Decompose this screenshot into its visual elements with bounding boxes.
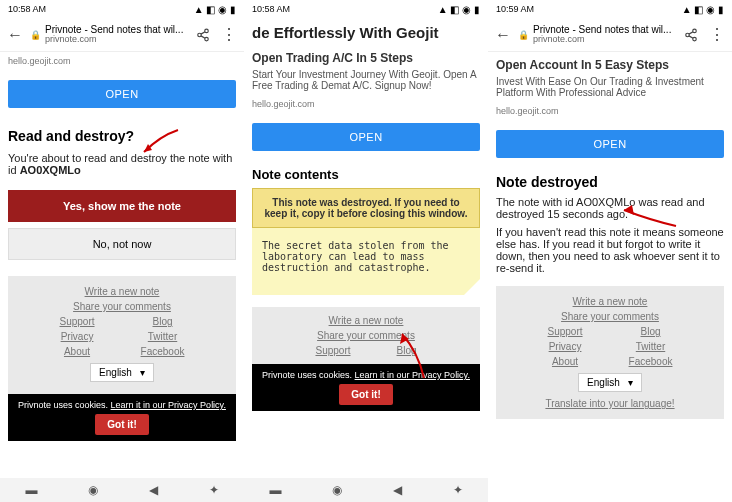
footer: Write a new note Share your comments Sup… — [496, 286, 724, 419]
ad-link[interactable]: hello.geojit.com — [252, 99, 480, 109]
lock-icon: 🔒 — [518, 30, 529, 40]
ad-open-button[interactable]: OPEN — [496, 130, 724, 158]
page-domain: privnote.com — [45, 35, 188, 44]
twitter-link[interactable]: Twitter — [148, 331, 177, 342]
support-link[interactable]: Support — [548, 326, 583, 337]
nav-extra-icon[interactable]: ✦ — [209, 483, 219, 497]
ad-open-button[interactable]: OPEN — [8, 80, 236, 108]
page-domain: privnote.com — [533, 35, 676, 44]
status-bar: 10:58 AM ▲ ◧ ◉ ▮ — [244, 0, 488, 18]
support-link[interactable]: Support — [60, 316, 95, 327]
write-new-note-link[interactable]: Write a new note — [329, 315, 404, 326]
menu-icon[interactable]: ⋮ — [706, 24, 728, 46]
facebook-link[interactable]: Facebook — [141, 346, 185, 357]
ad-link[interactable]: hello.geojit.com — [496, 106, 724, 116]
status-icons: ▲ ◧ ◉ ▮ — [682, 4, 724, 15]
nav-recent-icon[interactable]: ▬ — [25, 483, 37, 497]
share-comments-link[interactable]: Share your comments — [561, 311, 659, 322]
blog-link[interactable]: Blog — [641, 326, 661, 337]
destroyed-text-2: If you haven't read this note it means s… — [496, 226, 724, 274]
note-content-box: The secret data stolen from the laborato… — [252, 228, 480, 295]
nav-back-icon[interactable]: ◀ — [393, 483, 402, 497]
back-icon[interactable]: ← — [492, 24, 514, 46]
yes-show-note-button[interactable]: Yes, show me the note — [8, 190, 236, 222]
language-select[interactable]: English▾ — [90, 363, 154, 382]
svg-line-8 — [689, 31, 693, 33]
write-new-note-link[interactable]: Write a new note — [85, 286, 160, 297]
destroyed-warning: This note was destroyed. If you need to … — [252, 188, 480, 228]
blog-link[interactable]: Blog — [397, 345, 417, 356]
cookie-banner: Privnote uses cookies. Learn it in our P… — [8, 394, 236, 441]
android-navbar: ▬ ◉ ◀ ✦ — [244, 478, 488, 502]
nav-home-icon[interactable]: ◉ — [332, 483, 342, 497]
android-navbar: ▬ ◉ ◀ ✦ — [0, 478, 244, 502]
chevron-down-icon: ▾ — [140, 367, 145, 378]
status-time: 10:58 AM — [8, 4, 46, 14]
status-icons: ▲ ◧ ◉ ▮ — [194, 4, 236, 15]
svg-point-2 — [205, 37, 209, 41]
nav-extra-icon[interactable]: ✦ — [453, 483, 463, 497]
content-area: Open Account In 5 Easy Steps Invest With… — [488, 52, 732, 502]
menu-icon[interactable]: ⋮ — [218, 24, 240, 46]
privacy-link[interactable]: Privacy — [61, 331, 94, 342]
support-link[interactable]: Support — [315, 345, 350, 356]
phone-screen-3: 10:59 AM ▲ ◧ ◉ ▮ ← 🔒 Privnote - Send not… — [488, 0, 732, 502]
status-bar: 10:59 AM ▲ ◧ ◉ ▮ — [488, 0, 732, 18]
about-link[interactable]: About — [552, 356, 578, 367]
content-area: de Effortlessly With Geojit Open Trading… — [244, 18, 488, 478]
status-time: 10:58 AM — [252, 4, 290, 14]
read-destroy-heading: Read and destroy? — [8, 128, 236, 144]
share-icon[interactable] — [680, 24, 702, 46]
ad-subtitle: Open Account In 5 Easy Steps — [496, 58, 724, 72]
nav-home-icon[interactable]: ◉ — [88, 483, 98, 497]
svg-point-7 — [693, 37, 697, 41]
footer: Write a new note Share your comments Sup… — [252, 307, 480, 364]
language-select[interactable]: English▾ — [578, 373, 642, 392]
read-destroy-text: You're about to read and destroy the not… — [8, 152, 236, 176]
cookie-gotit-button[interactable]: Got it! — [95, 414, 148, 435]
share-comments-link[interactable]: Share your comments — [73, 301, 171, 312]
cookie-policy-link[interactable]: Learn it in our Privacy Policy. — [355, 370, 470, 380]
svg-point-0 — [205, 29, 209, 33]
footer: Write a new note Share your comments Sup… — [8, 276, 236, 394]
share-icon[interactable] — [192, 24, 214, 46]
status-bar: 10:58 AM ▲ ◧ ◉ ▮ — [0, 0, 244, 18]
privacy-link[interactable]: Privacy — [549, 341, 582, 352]
write-new-note-link[interactable]: Write a new note — [573, 296, 648, 307]
svg-line-9 — [689, 35, 693, 37]
cookie-banner: Privnote uses cookies. Learn it in our P… — [252, 364, 480, 411]
ad-text: Invest With Ease On Our Trading & Invest… — [496, 76, 724, 98]
cookie-gotit-button[interactable]: Got it! — [339, 384, 392, 405]
ad-subtitle: Open Trading A/C In 5 Steps — [252, 51, 480, 65]
ad-link[interactable]: hello.geojit.com — [8, 56, 236, 66]
translate-link[interactable]: Translate into your language! — [545, 398, 674, 409]
facebook-link[interactable]: Facebook — [629, 356, 673, 367]
twitter-link[interactable]: Twitter — [636, 341, 665, 352]
svg-line-4 — [201, 35, 205, 37]
chevron-down-icon: ▾ — [628, 377, 633, 388]
destroyed-text-1: The note with id AO0XQMLo was read and d… — [496, 196, 724, 220]
ad-title: de Effortlessly With Geojit — [252, 24, 480, 41]
svg-line-3 — [201, 31, 205, 33]
share-comments-link[interactable]: Share your comments — [317, 330, 415, 341]
status-time: 10:59 AM — [496, 4, 534, 14]
phone-screen-2: 10:58 AM ▲ ◧ ◉ ▮ de Effortlessly With Ge… — [244, 0, 488, 502]
no-not-now-button[interactable]: No, not now — [8, 228, 236, 260]
blog-link[interactable]: Blog — [153, 316, 173, 327]
status-icons: ▲ ◧ ◉ ▮ — [438, 4, 480, 15]
browser-bar: ← 🔒 Privnote - Send notes that wil... pr… — [0, 18, 244, 52]
lock-icon: 🔒 — [30, 30, 41, 40]
svg-point-1 — [198, 33, 202, 37]
note-contents-heading: Note contents — [252, 167, 480, 182]
nav-recent-icon[interactable]: ▬ — [269, 483, 281, 497]
nav-back-icon[interactable]: ◀ — [149, 483, 158, 497]
about-link[interactable]: About — [64, 346, 90, 357]
note-destroyed-heading: Note destroyed — [496, 174, 724, 190]
back-icon[interactable]: ← — [4, 24, 26, 46]
ad-text: Start Your Investment Journey With Geoji… — [252, 69, 480, 91]
ad-open-button[interactable]: OPEN — [252, 123, 480, 151]
cookie-policy-link[interactable]: Learn it in our Privacy Policy. — [111, 400, 226, 410]
svg-point-6 — [686, 33, 690, 37]
svg-point-5 — [693, 29, 697, 33]
content-area: hello.geojit.com OPEN Read and destroy? … — [0, 52, 244, 478]
